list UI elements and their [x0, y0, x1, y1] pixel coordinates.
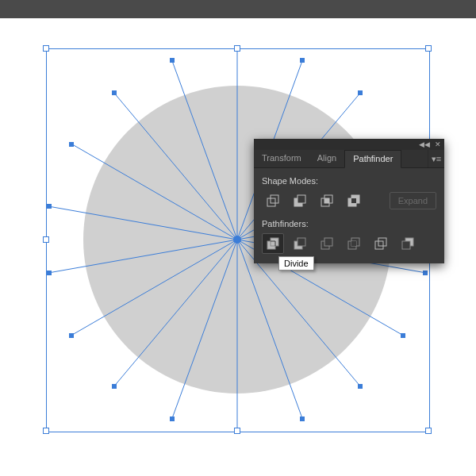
trim-icon[interactable]: [289, 233, 311, 254]
unite-icon[interactable]: [262, 190, 284, 211]
tab-align[interactable]: Align: [309, 150, 344, 167]
svg-rect-39: [375, 241, 383, 249]
panel-tabs: Transform Align Pathfinder ▾≡: [254, 150, 444, 168]
svg-rect-33: [298, 238, 305, 246]
svg-rect-27: [351, 198, 356, 203]
minus-back-icon[interactable]: [397, 233, 419, 254]
panel-close-icon[interactable]: ✕: [435, 140, 441, 148]
panel-body: Shape Modes: Expand Pathfinders:: [254, 168, 444, 263]
pathfinder-panel[interactable]: ◀◀ ✕ Transform Align Pathfinder ▾≡ Shape…: [254, 139, 444, 263]
svg-rect-38: [351, 241, 356, 246]
shape-modes-header: Shape Modes:: [262, 176, 436, 186]
app-topbar: [0, 0, 476, 18]
selection-handle[interactable]: [425, 428, 432, 434]
svg-rect-40: [378, 238, 386, 246]
selection-handle[interactable]: [43, 45, 49, 52]
minus-front-icon[interactable]: [289, 190, 311, 211]
line-end-anchor[interactable]: [170, 416, 175, 421]
outline-icon[interactable]: [370, 233, 392, 254]
crop-icon[interactable]: [343, 233, 365, 254]
line-end-anchor[interactable]: [300, 58, 305, 63]
line-end-anchor[interactable]: [358, 90, 363, 95]
exclude-icon[interactable]: [343, 190, 365, 211]
line-end-anchor[interactable]: [300, 416, 305, 421]
selection-handle[interactable]: [234, 428, 240, 434]
pathfinders-row: [262, 233, 436, 254]
tooltip-divide: Divide: [278, 256, 314, 271]
line-end-anchor[interactable]: [47, 271, 52, 275]
expand-button[interactable]: Expand: [390, 192, 436, 209]
selection-handle[interactable]: [43, 236, 49, 243]
selection-handle[interactable]: [234, 45, 240, 52]
line-end-anchor[interactable]: [112, 384, 117, 389]
line-end-anchor[interactable]: [69, 142, 74, 147]
divide-icon[interactable]: [262, 233, 284, 254]
line-end-anchor[interactable]: [358, 384, 363, 389]
merge-icon[interactable]: [316, 233, 338, 254]
selection-handle[interactable]: [43, 428, 49, 434]
svg-rect-18: [267, 198, 275, 206]
line-end-anchor[interactable]: [112, 90, 117, 95]
shape-modes-row: Expand: [262, 190, 436, 211]
line-end-anchor[interactable]: [423, 271, 428, 275]
svg-rect-19: [271, 195, 278, 203]
svg-rect-24: [324, 198, 329, 203]
svg-rect-21: [298, 195, 305, 203]
svg-rect-35: [324, 238, 332, 246]
pathfinders-header: Pathfinders:: [262, 219, 436, 228]
svg-rect-29: [271, 238, 278, 246]
selection-handle[interactable]: [425, 45, 432, 52]
line-end-anchor[interactable]: [170, 58, 175, 63]
svg-rect-42: [402, 241, 410, 249]
panel-collapse-icon[interactable]: ◀◀: [419, 140, 430, 148]
canvas[interactable]: Divide ◀◀ ✕ Transform Align Pathfinder ▾…: [0, 18, 476, 476]
intersect-icon[interactable]: [316, 190, 338, 211]
line-end-anchor[interactable]: [401, 333, 405, 338]
tab-pathfinder[interactable]: Pathfinder: [344, 150, 401, 168]
line-end-anchor[interactable]: [69, 333, 74, 338]
line-end-anchor[interactable]: [47, 204, 52, 209]
center-anchor[interactable]: [233, 236, 241, 244]
panel-titlebar[interactable]: ◀◀ ✕: [254, 139, 444, 150]
panel-menu-icon[interactable]: ▾≡: [428, 150, 444, 167]
tab-transform[interactable]: Transform: [254, 150, 309, 167]
